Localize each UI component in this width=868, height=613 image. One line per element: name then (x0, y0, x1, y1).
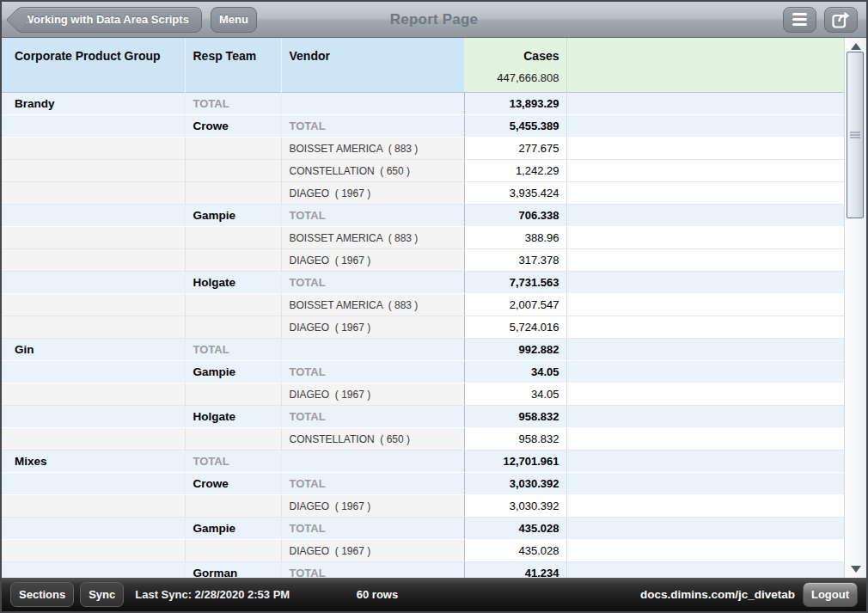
table-row[interactable]: BrandyTOTAL13,893.29 (2, 93, 844, 115)
table-row[interactable]: DIAGEO ( 1967 )435.028 (2, 540, 844, 562)
share-button[interactable] (824, 7, 858, 33)
table-row[interactable]: BOISSET AMERICA ( 883 )388.96 (2, 227, 844, 249)
vertical-scrollbar[interactable] (844, 38, 866, 578)
team-cell (185, 138, 281, 160)
vendor-cell: DIAGEO ( 1967 ) (281, 540, 464, 562)
group-cell (2, 138, 185, 160)
table-row[interactable]: MixesTOTAL12,701.961 (2, 451, 844, 473)
logout-button[interactable]: Logout (803, 582, 858, 607)
header-row: Corporate Product Group Resp Team Vendor… (2, 38, 844, 93)
back-button[interactable]: Working with Data Area Scripts (15, 7, 202, 33)
group-cell (2, 182, 185, 205)
team-cell (185, 428, 281, 451)
status-bar: Sections Sync Last Sync: 2/28/2020 2:53 … (2, 578, 866, 611)
team-cell: Crowe (185, 473, 281, 495)
team-cell: Holgate (185, 406, 281, 428)
group-cell (2, 518, 185, 540)
vendor-cell: BOISSET AMERICA ( 883 ) (281, 227, 464, 249)
cases-cell: 706.338 (464, 205, 566, 227)
team-cell: Gampie (185, 361, 281, 383)
cases-cell: 3,030.392 (464, 495, 566, 518)
cases-cell: 958.832 (464, 406, 566, 428)
column-header-resp-team[interactable]: Resp Team (185, 38, 281, 93)
filler-cell (566, 339, 844, 361)
filler-cell (566, 316, 844, 339)
list-menu-button[interactable] (783, 7, 816, 33)
group-cell (2, 294, 185, 316)
scrollbar-thumb[interactable] (847, 52, 864, 218)
group-cell (2, 316, 185, 339)
table-row[interactable]: GampieTOTAL706.338 (2, 205, 844, 227)
table-row[interactable]: BOISSET AMERICA ( 883 )277.675 (2, 138, 844, 160)
filler-cell (566, 495, 844, 518)
cases-header-label: Cases (523, 49, 559, 63)
vendor-cell: TOTAL (281, 115, 464, 138)
sections-button[interactable]: Sections (10, 582, 74, 607)
group-cell (2, 562, 185, 579)
table-row[interactable]: DIAGEO ( 1967 )317.378 (2, 249, 844, 272)
team-cell: Gampie (185, 518, 281, 540)
cases-cell: 435.028 (464, 518, 566, 540)
filler-cell (566, 160, 844, 182)
vendor-cell: CONSTELLATION ( 650 ) (281, 160, 464, 182)
vendor-cell: TOTAL (281, 205, 464, 227)
team-cell: Gampie (185, 205, 281, 227)
server-address-text: docs.dimins.com/jc_divetab (640, 588, 795, 601)
header-filler (566, 38, 844, 93)
filler-cell (566, 406, 844, 428)
team-cell: Holgate (185, 272, 281, 294)
row-count-text: 60 rows (357, 588, 398, 601)
cases-cell: 2,007.547 (464, 294, 566, 316)
table-row[interactable]: GinTOTAL992.882 (2, 339, 844, 361)
filler-cell (566, 138, 844, 160)
cases-cell: 435.028 (464, 540, 566, 562)
table-row[interactable]: DIAGEO ( 1967 )3,935.424 (2, 182, 844, 205)
table-row[interactable]: DIAGEO ( 1967 )5,724.016 (2, 316, 844, 339)
table-row[interactable]: CONSTELLATION ( 650 )1,242.29 (2, 160, 844, 182)
group-cell (2, 272, 185, 294)
menu-button[interactable]: Menu (211, 7, 257, 33)
table-row[interactable]: CroweTOTAL3,030.392 (2, 473, 844, 495)
table-row[interactable]: BOISSET AMERICA ( 883 )2,007.547 (2, 294, 844, 316)
vendor-cell: TOTAL (281, 272, 464, 294)
filler-cell (566, 272, 844, 294)
filler-cell (566, 294, 844, 316)
report-table: Corporate Product Group Resp Team Vendor… (2, 38, 844, 578)
column-header-cases[interactable]: Cases 447,666.808 (464, 38, 566, 93)
report-area: Corporate Product Group Resp Team Vendor… (2, 38, 866, 578)
group-cell (2, 205, 185, 227)
filler-cell (566, 249, 844, 272)
table-row[interactable]: DIAGEO ( 1967 )34.05 (2, 383, 844, 406)
table-row[interactable]: CroweTOTAL5,455.389 (2, 115, 844, 138)
back-button-label: Working with Data Area Scripts (23, 13, 189, 26)
table-row[interactable]: HolgateTOTAL958.832 (2, 406, 844, 428)
scrollbar-up-arrow-icon[interactable] (851, 43, 861, 50)
column-header-vendor[interactable]: Vendor (281, 38, 464, 93)
filler-cell (566, 182, 844, 205)
team-cell (185, 495, 281, 518)
group-cell: Mixes (2, 451, 185, 473)
cases-cell: 3,030.392 (464, 473, 566, 495)
vendor-cell: TOTAL (281, 518, 464, 540)
cases-cell: 3,935.424 (464, 182, 566, 205)
table-row[interactable]: HolgateTOTAL7,731.563 (2, 272, 844, 294)
table-row[interactable]: GampieTOTAL34.05 (2, 361, 844, 383)
team-cell (185, 227, 281, 249)
table-row[interactable]: GampieTOTAL435.028 (2, 518, 844, 540)
table-row[interactable]: CONSTELLATION ( 650 )958.832 (2, 428, 844, 451)
table-row[interactable]: DIAGEO ( 1967 )3,030.392 (2, 495, 844, 518)
team-cell (185, 294, 281, 316)
filler-cell (566, 562, 844, 579)
column-header-corporate-product-group[interactable]: Corporate Product Group (2, 38, 185, 93)
group-cell (2, 540, 185, 562)
vendor-cell: BOISSET AMERICA ( 883 ) (281, 138, 464, 160)
sync-button[interactable]: Sync (80, 582, 124, 607)
table-row[interactable]: GormanTOTAL41.234 (2, 562, 844, 579)
team-cell: TOTAL (185, 339, 281, 361)
team-cell (185, 316, 281, 339)
scrollbar-down-arrow-icon[interactable] (851, 566, 861, 573)
vendor-cell: DIAGEO ( 1967 ) (281, 383, 464, 406)
team-cell: TOTAL (185, 93, 281, 115)
cases-cell: 1,242.29 (464, 160, 566, 182)
vendor-cell (281, 93, 464, 115)
